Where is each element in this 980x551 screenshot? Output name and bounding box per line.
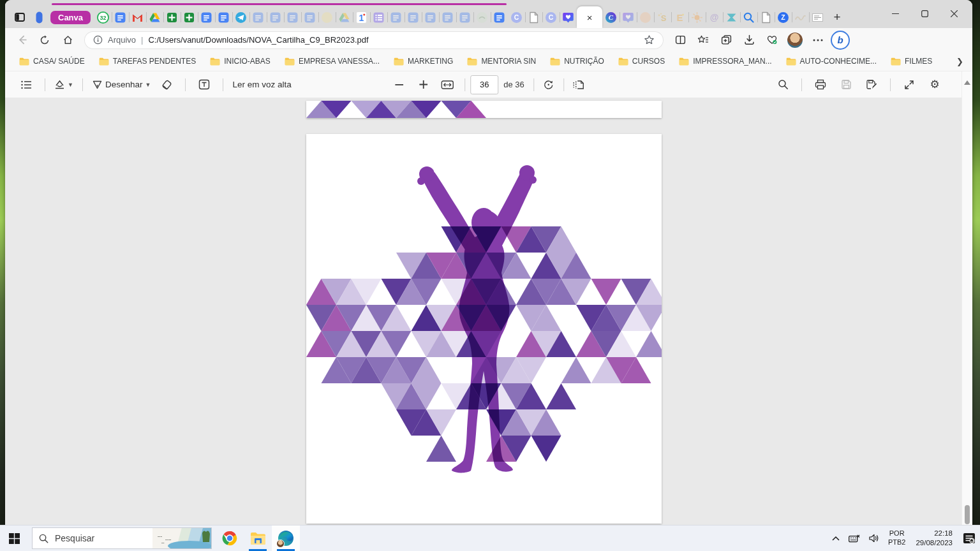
scrollbar-thumb[interactable]	[965, 505, 970, 524]
notification-center-icon[interactable]	[958, 525, 980, 551]
yellow-site-tab[interactable]	[318, 8, 336, 27]
bookmark-folder[interactable]: EMPRESA VANESSA...	[279, 55, 385, 68]
bookmark-folder[interactable]: FILMES	[886, 55, 937, 68]
print-button[interactable]	[808, 75, 833, 94]
pdf-settings-button[interactable]: ⚙	[923, 75, 947, 94]
pdf-contents-button[interactable]	[14, 75, 38, 94]
heart-app-tab[interactable]	[620, 8, 637, 27]
docs-tab[interactable]	[405, 8, 422, 27]
highlight-button[interactable]: ▼	[52, 75, 76, 94]
docs-tab[interactable]	[422, 8, 439, 27]
close-window-button[interactable]	[939, 3, 969, 24]
browser-essentials-button[interactable]	[762, 31, 782, 50]
language-indicator[interactable]: PORPTB2	[884, 525, 910, 551]
heart-app-tab[interactable]	[560, 8, 577, 27]
bookmark-folder[interactable]: INICIO-ABAS	[205, 55, 276, 68]
add-text-button[interactable]	[192, 75, 216, 94]
gmail-tab[interactable]	[129, 8, 146, 27]
back-button[interactable]	[11, 31, 32, 50]
c-site-tab[interactable]: C	[542, 8, 560, 27]
s-site-tab[interactable]: S	[654, 8, 671, 27]
docs-tab[interactable]	[491, 8, 508, 27]
active-pdf-tab[interactable]: ×	[577, 6, 602, 28]
draw-button[interactable]: Desenhar ▼	[89, 75, 153, 94]
settings-more-button[interactable]	[808, 31, 828, 50]
docs-tab[interactable]	[267, 8, 284, 27]
bookmarks-overflow-button[interactable]: ❯	[956, 57, 963, 66]
bookmark-folder[interactable]: TAREFAS PENDENTES	[94, 55, 201, 68]
favorites-button[interactable]	[693, 31, 713, 50]
docs-tab[interactable]	[215, 8, 232, 27]
hidden-icons-chevron[interactable]	[828, 525, 844, 551]
docs-tab[interactable]	[387, 8, 405, 27]
docs-tab[interactable]	[249, 8, 267, 27]
home-button[interactable]	[57, 31, 78, 50]
clock[interactable]: 22:18 29/08/2023	[910, 529, 958, 548]
google-one-tab[interactable]: 1	[353, 8, 370, 27]
touch-keyboard-icon[interactable]	[844, 525, 865, 551]
zoom-out-button[interactable]	[387, 75, 411, 94]
logo-site-tab[interactable]	[792, 8, 809, 27]
fullscreen-button[interactable]	[897, 75, 921, 94]
thumbnail-tab[interactable]	[809, 8, 826, 27]
favorite-star-icon[interactable]	[644, 34, 655, 45]
zoom-in-button[interactable]	[411, 75, 435, 94]
c-site-tab[interactable]: C	[508, 8, 525, 27]
close-tab-icon[interactable]: ×	[587, 13, 593, 22]
docs-tab[interactable]	[439, 8, 456, 27]
document-tab[interactable]	[757, 8, 775, 27]
page-number-input[interactable]	[470, 75, 498, 94]
rotate-button[interactable]	[537, 75, 561, 94]
edge-taskbar-icon[interactable]	[272, 525, 300, 551]
bookmark-folder[interactable]: NUTRIÇÃO	[545, 55, 609, 68]
page-view-button[interactable]	[567, 75, 591, 94]
telegram-tab[interactable]	[232, 8, 249, 27]
sun-site-tab[interactable]	[688, 8, 706, 27]
minimize-button[interactable]	[880, 3, 910, 24]
document-tab[interactable]	[525, 8, 542, 27]
search-site-tab[interactable]	[740, 8, 757, 27]
taskbar-search-box[interactable]: Pesquisar ˬˬˬˬˬˬˬˬˬ	[32, 527, 212, 549]
drive-tab[interactable]	[146, 8, 163, 27]
volume-icon[interactable]	[865, 525, 884, 551]
drive-tab[interactable]	[336, 8, 353, 27]
bing-chat-icon[interactable]: b	[831, 31, 850, 50]
z-site-tab[interactable]: Z	[775, 8, 792, 27]
save-as-button[interactable]	[859, 75, 884, 94]
pdf-scrollbar[interactable]	[961, 71, 972, 525]
bookmark-folder[interactable]: CASA/ SAÚDE	[14, 55, 90, 68]
bookmark-folder[interactable]: CURSOS	[613, 55, 670, 68]
chrome-taskbar-icon[interactable]	[216, 525, 244, 551]
refresh-button[interactable]	[34, 31, 55, 50]
scroll-up-arrow[interactable]	[964, 80, 970, 85]
list-app-tab[interactable]	[370, 8, 387, 27]
pdf-search-button[interactable]	[771, 75, 795, 94]
green-site-tab[interactable]	[473, 8, 491, 27]
profile-avatar[interactable]	[785, 31, 805, 50]
fit-to-width-button[interactable]	[435, 75, 459, 94]
bookmark-folder[interactable]: MENTORIA SIN	[462, 55, 541, 68]
maximize-button[interactable]	[910, 3, 939, 24]
sheets-tab[interactable]	[181, 8, 198, 27]
e-site-tab[interactable]: E	[671, 8, 688, 27]
start-button[interactable]	[0, 525, 28, 551]
url-bar[interactable]: Arquivo | C:/Users/vanut/Downloads/NOVA_…	[84, 31, 664, 49]
docs-tab[interactable]	[284, 8, 301, 27]
pinned-tab[interactable]	[31, 8, 48, 27]
split-screen-button[interactable]	[670, 31, 690, 50]
docs-tab[interactable]	[301, 8, 318, 27]
funnel-site-tab[interactable]	[723, 8, 740, 27]
save-button[interactable]	[834, 75, 858, 94]
tab-actions-menu-button[interactable]	[9, 8, 31, 26]
bookmark-folder[interactable]: MARKETING	[389, 55, 458, 68]
sheets-tab[interactable]	[163, 8, 181, 27]
bookmark-folder[interactable]: AUTO-CONHECIME...	[781, 55, 882, 68]
whatsapp-tab[interactable]: 32	[94, 8, 112, 27]
docs-tab[interactable]	[112, 8, 129, 27]
docs-tab[interactable]	[456, 8, 473, 27]
at-site-tab[interactable]: @	[706, 8, 723, 27]
tab-group-label[interactable]: Canva	[50, 11, 91, 24]
canva-tab[interactable]: C	[602, 8, 620, 27]
docs-tab[interactable]	[198, 8, 215, 27]
erase-button[interactable]	[154, 75, 179, 94]
